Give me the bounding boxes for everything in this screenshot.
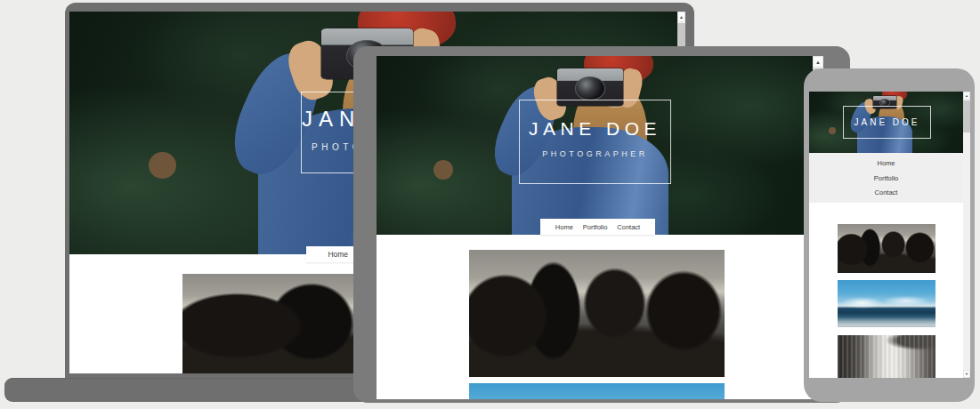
camera-lens (575, 76, 605, 100)
nav-link-home[interactable]: Home (328, 250, 348, 259)
responsive-preview-stage: JANE DOE PHOTOGRAPHER Home Portfolio Con… (0, 0, 980, 409)
site-title: JANE DOE (854, 117, 919, 127)
scroll-up-button[interactable]: ▲ (963, 92, 970, 100)
pinecone (829, 127, 836, 134)
nav-link-home[interactable]: Home (555, 223, 573, 231)
site-subtitle: PHOTOGRAPHER (520, 149, 670, 158)
site-title: JANE DOE (520, 118, 670, 140)
scroll-up-button[interactable]: ▲ (813, 56, 823, 68)
scroll-up-button[interactable]: ▲ (677, 12, 685, 22)
pinecone (149, 152, 176, 179)
scrollbar-track[interactable] (963, 132, 970, 370)
gallery-image-seascape-rocks[interactable] (838, 224, 935, 273)
pinecone (433, 160, 453, 180)
tablet-hero-titlebox: JANE DOE PHOTOGRAPHER (519, 100, 671, 184)
nav-link-contact[interactable]: Contact (875, 188, 898, 196)
scroll-down-button[interactable]: ▼ (963, 370, 970, 378)
gallery-image-seascape-rocks[interactable] (469, 250, 725, 377)
phone-screen: JANE DOE Home Portfolio Contact ▲ ▼ (809, 92, 970, 378)
nav-link-contact[interactable]: Contact (617, 223, 640, 231)
nav-link-portfolio[interactable]: Portfolio (874, 174, 899, 182)
gallery-image-ocean-horizon[interactable] (838, 280, 935, 327)
gallery-image-waterfall-black-white[interactable] (838, 335, 935, 378)
tablet-navbar: Home Portfolio Contact (540, 219, 655, 235)
phone-scrollbar[interactable]: ▲ ▼ (963, 92, 970, 378)
phone-hero-titlebox: JANE DOE (843, 106, 931, 139)
nav-link-home[interactable]: Home (877, 159, 895, 167)
gallery-image-ocean-horizon[interactable] (469, 383, 725, 399)
tablet-screen: JANE DOE PHOTOGRAPHER Home Portfolio Con… (377, 56, 823, 399)
nav-link-portfolio[interactable]: Portfolio (583, 223, 608, 231)
scrollbar-thumb[interactable] (963, 100, 970, 132)
phone-navbar: Home Portfolio Contact (809, 153, 963, 203)
